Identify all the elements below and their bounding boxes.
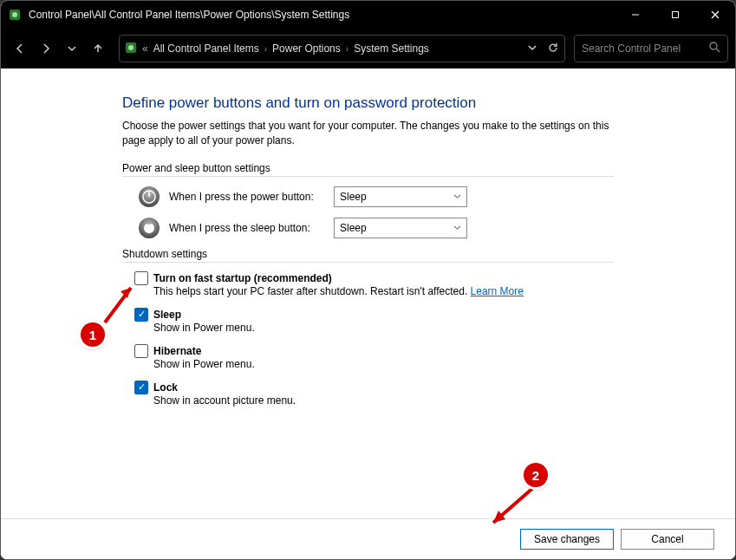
sleep-checkbox[interactable]: ✓ (134, 308, 148, 322)
section-shutdown: Shutdown settings (122, 248, 614, 263)
chevron-down-icon (453, 191, 461, 203)
page-title: Define power buttons and turn on passwor… (122, 94, 614, 112)
nav-forward-button[interactable] (34, 36, 58, 61)
cancel-button[interactable]: Cancel (621, 529, 714, 550)
shutdown-item-sleep: ✓ Sleep Show in Power menu. (134, 308, 614, 334)
chevron-down-icon (453, 222, 461, 234)
sleep-icon (138, 217, 160, 239)
shutdown-item-desc: Show in Power menu. (153, 322, 614, 334)
hibernate-checkbox[interactable] (134, 344, 148, 358)
chevron-right-icon: › (346, 44, 348, 54)
refresh-button[interactable] (547, 42, 559, 56)
address-bar[interactable]: « All Control Panel Items› Power Options… (119, 35, 565, 62)
svg-point-7 (128, 45, 134, 50)
breadcrumb-item[interactable]: All Control Panel Items› (153, 42, 267, 55)
breadcrumb-item[interactable]: System Settings (354, 42, 429, 55)
breadcrumb-prefix: « (142, 42, 148, 55)
page-description: Choose the power settings that you want … (122, 119, 614, 148)
nav-recent-button[interactable] (60, 36, 84, 61)
annotation-marker-1: 1 (81, 322, 105, 347)
shutdown-item-title: Sleep (153, 309, 181, 321)
svg-rect-3 (673, 12, 679, 18)
setting-sleep-button: When I press the sleep button: Sleep (138, 217, 614, 239)
sleep-button-dropdown[interactable]: Sleep (334, 218, 467, 238)
window-controls (616, 1, 735, 29)
setting-power-button: When I press the power button: Sleep (138, 186, 614, 208)
window-title: Control Panel\All Control Panel Items\Po… (29, 9, 616, 21)
footer: Save changes Cancel (1, 518, 735, 559)
maximize-button[interactable] (655, 1, 695, 29)
shutdown-item-desc: Show in Power menu. (153, 358, 614, 370)
section-power-sleep: Power and sleep button settings (122, 162, 614, 177)
shutdown-item-desc: Show in account picture menu. (153, 394, 614, 407)
address-dropdown-button[interactable] (528, 42, 537, 55)
svg-point-1 (12, 12, 17, 17)
window-frame: Control Panel\All Control Panel Items\Po… (0, 0, 736, 560)
titlebar: Control Panel\All Control Panel Items\Po… (1, 1, 735, 29)
content-area: Define power buttons and turn on passwor… (1, 70, 735, 559)
minimize-button[interactable] (616, 1, 655, 29)
nav-back-button[interactable] (8, 36, 32, 61)
close-button[interactable] (695, 1, 735, 29)
search-icon (709, 42, 720, 55)
control-panel-icon (125, 42, 137, 56)
svg-point-8 (710, 42, 717, 49)
search-placeholder: Search Control Panel (582, 42, 681, 55)
shutdown-item-title: Turn on fast startup (recommended) (153, 272, 332, 284)
learn-more-link[interactable]: Learn More (471, 285, 524, 297)
shutdown-item-fast-startup: Turn on fast startup (recommended) This … (134, 271, 614, 297)
shutdown-item-desc: This helps start your PC faster after sh… (153, 285, 614, 297)
shutdown-item-hibernate: Hibernate Show in Power menu. (134, 344, 614, 370)
toolbar: « All Control Panel Items› Power Options… (1, 29, 735, 68)
shutdown-item-title: Lock (153, 381, 178, 394)
setting-label: When I press the power button: (169, 191, 334, 203)
control-panel-icon (8, 8, 22, 22)
save-button[interactable]: Save changes (520, 529, 614, 550)
power-button-dropdown[interactable]: Sleep (334, 186, 467, 207)
shutdown-item-title: Hibernate (153, 345, 201, 357)
lock-checkbox[interactable]: ✓ (134, 381, 148, 394)
shutdown-item-lock: ✓ Lock Show in account picture menu. (134, 381, 614, 407)
svg-line-9 (716, 49, 720, 52)
power-icon (138, 186, 160, 208)
svg-line-16 (493, 486, 535, 523)
fast-startup-checkbox[interactable] (134, 271, 148, 285)
search-input[interactable]: Search Control Panel (574, 35, 728, 62)
nav-up-button[interactable] (86, 36, 110, 61)
breadcrumb-item[interactable]: Power Options› (272, 42, 348, 55)
setting-label: When I press the sleep button: (169, 222, 334, 234)
annotation-marker-2: 2 (524, 463, 548, 487)
chevron-right-icon: › (264, 44, 267, 54)
